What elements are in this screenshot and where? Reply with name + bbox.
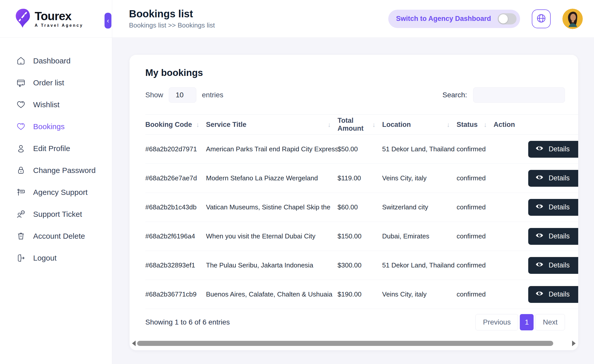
table-row: #68a2b26e7ae7d Modern Stefano La Piazze …: [145, 164, 578, 193]
app-root: Tourex A Travel Agency ‹ DashboardOrder …: [0, 0, 594, 364]
cell-service-title: Buenos Aires, Calafate, Chalten & Ushuai…: [206, 290, 338, 298]
switch-label: Switch to Agency Dashboard: [396, 15, 491, 23]
bookings-card: My bookings Show entries Search: Booking…: [130, 55, 578, 350]
cell-status: confirmed: [457, 203, 494, 211]
sidebar-item-label: Edit Profile: [33, 144, 70, 153]
previous-page-button[interactable]: Previous: [475, 314, 518, 330]
search-input[interactable]: [473, 87, 565, 103]
cell-action: Details: [494, 286, 578, 303]
details-button[interactable]: Details: [528, 286, 578, 303]
sidebar-item-wishlist[interactable]: Wishlist: [0, 94, 112, 116]
cell-status: confirmed: [457, 232, 494, 240]
cell-location: 51 Dekor Land, Thailand: [382, 145, 457, 153]
column-header-action[interactable]: Action: [494, 121, 578, 129]
cell-service-title: When you visit the Eternal Dubai City: [206, 232, 338, 240]
language-button[interactable]: [532, 9, 551, 28]
cell-booking-code: #68a2b26e7ae7d: [145, 174, 206, 182]
sidebar-item-account-delete[interactable]: Account Delete: [0, 225, 112, 247]
list-controls: Show entries Search:: [145, 87, 565, 103]
details-label: Details: [549, 232, 570, 240]
search-control: Search:: [443, 87, 565, 103]
cell-status: confirmed: [457, 261, 494, 269]
scrollbar-track[interactable]: [137, 341, 571, 346]
sidebar-item-support-ticket[interactable]: Support Ticket: [0, 203, 112, 225]
cell-action: Details: [494, 257, 578, 274]
user-icon: [16, 144, 25, 153]
cell-total-amount: $60.00: [338, 203, 382, 211]
table-row: #68a2b2f6196a4 When you visit the Eterna…: [145, 222, 578, 251]
table-row: #68a2b36771cb9 Buenos Aires, Calafate, C…: [145, 280, 578, 309]
scroll-right-arrow-icon[interactable]: [572, 341, 576, 346]
sidebar-item-change-password[interactable]: Change Password: [0, 159, 112, 181]
cell-service-title: Modern Stefano La Piazze Wergeland: [206, 174, 338, 182]
toggle-knob: [499, 14, 508, 23]
sidebar-item-label: Change Password: [33, 166, 96, 175]
sidebar-item-edit-profile[interactable]: Edit Profile: [0, 138, 112, 159]
sidebar-item-order-list[interactable]: Order list: [0, 72, 112, 94]
cell-location: Dubai, Emirates: [382, 232, 457, 240]
column-label: Booking Code: [145, 121, 192, 129]
column-header-booking-code[interactable]: Booking Code↓: [145, 121, 206, 129]
sort-descending-icon: ↓: [372, 121, 376, 129]
content: My bookings Show entries Search: Booking…: [112, 38, 594, 364]
details-label: Details: [549, 203, 570, 211]
sidebar-item-agency-support[interactable]: Agency Support: [0, 181, 112, 203]
cell-status: confirmed: [457, 145, 494, 153]
user-avatar[interactable]: [562, 9, 583, 29]
column-header-service-title[interactable]: Service Title↓: [206, 121, 338, 129]
cell-location: Veins City, italy: [382, 174, 457, 182]
details-label: Details: [549, 261, 570, 269]
heart-icon: [16, 122, 25, 131]
cell-booking-code: #68a2b2f6196a4: [145, 232, 206, 240]
collapse-sidebar-button[interactable]: ‹: [105, 13, 111, 29]
sidebar-item-label: Agency Support: [33, 188, 87, 197]
cell-total-amount: $119.00: [338, 174, 382, 182]
cell-service-title: The Pulau Seribu, Jakarta Indonesia: [206, 261, 338, 269]
brand-tagline: A Travel Agency: [35, 23, 83, 28]
next-page-button[interactable]: Next: [535, 314, 565, 330]
page-head: Bookings list Bookings list >> Bookings …: [129, 8, 215, 29]
page-size-control: Show entries: [145, 87, 223, 103]
cell-service-title: Vatican Museums, Sistine Chapel Skip the: [206, 203, 338, 211]
sidebar-item-label: Bookings: [33, 122, 64, 131]
chevron-left-icon: ‹: [107, 17, 109, 24]
column-header-total-amount[interactable]: Total Amount↓: [338, 117, 382, 132]
switch-to-agency-dashboard[interactable]: Switch to Agency Dashboard: [388, 10, 520, 28]
cell-booking-code: #68a2b36771cb9: [145, 290, 206, 298]
cell-booking-code: #68a2b2b1c43db: [145, 203, 206, 211]
support-ticket-icon: [16, 210, 25, 219]
agency-dashboard-toggle[interactable]: [498, 13, 516, 24]
details-button[interactable]: Details: [528, 257, 578, 274]
cell-service-title: American Parks Trail end Rapid City Expr…: [206, 145, 338, 153]
cell-location: 51 Dekor Land, Thailand: [382, 261, 457, 269]
eye-icon: [535, 144, 544, 154]
sidebar-item-label: Account Delete: [33, 232, 85, 240]
cell-total-amount: $150.00: [338, 232, 382, 240]
details-button[interactable]: Details: [528, 199, 578, 216]
cell-action: Details: [494, 199, 578, 216]
sidebar-item-dashboard[interactable]: Dashboard: [0, 50, 112, 72]
column-header-location[interactable]: Location↓: [382, 121, 457, 129]
scrollbar-thumb[interactable]: [137, 341, 553, 346]
brand-text: Tourex A Travel Agency: [35, 10, 83, 28]
sidebar-item-label: Support Ticket: [33, 210, 82, 219]
sidebar-item-bookings[interactable]: Bookings: [0, 116, 112, 138]
sort-descending-icon: ↓: [196, 121, 199, 129]
home-icon: [16, 56, 25, 65]
scroll-left-arrow-icon[interactable]: [132, 341, 136, 346]
details-button[interactable]: Details: [528, 170, 578, 187]
sidebar-item-label: Dashboard: [33, 57, 71, 65]
details-button[interactable]: Details: [528, 228, 578, 245]
topbar-actions: Switch to Agency Dashboard: [388, 9, 583, 29]
sidebar-item-label: Wishlist: [33, 100, 59, 109]
eye-icon: [535, 260, 544, 270]
details-label: Details: [549, 290, 570, 298]
sidebar-item-logout[interactable]: Logout: [0, 247, 112, 269]
column-label: Action: [494, 121, 515, 129]
page-number-button[interactable]: 1: [520, 314, 534, 330]
details-button[interactable]: Details: [528, 141, 578, 158]
table-header-row: Booking Code↓Service Title↓Total Amount↓…: [145, 114, 578, 135]
column-header-status[interactable]: Status↓: [457, 121, 494, 129]
page-title: Bookings list: [129, 8, 215, 19]
entries-count-input[interactable]: [169, 87, 196, 103]
